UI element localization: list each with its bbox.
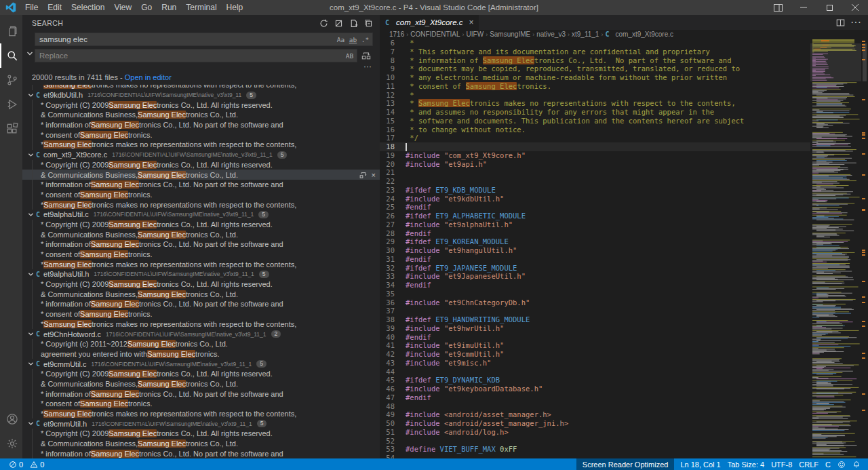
dismiss-match-icon[interactable]: × xyxy=(372,171,376,179)
code-line-42[interactable]: 42#include "et9cmmUtil.h" xyxy=(380,350,810,359)
code-line-20[interactable]: 20#include "et9api.h" xyxy=(380,160,810,169)
statusbar-language-mode[interactable]: C xyxy=(822,458,834,470)
layout-toggle-icon[interactable] xyxy=(765,0,791,15)
line-number[interactable]: 43 xyxy=(380,359,406,368)
line-number[interactable]: 8 xyxy=(380,56,406,65)
search-match-row[interactable]: * consent of Samsung Electronics. xyxy=(22,250,380,260)
statusbar-notifications[interactable] xyxy=(849,458,864,470)
code-line-19[interactable]: 19#include "com_xt9_Xt9core.h" xyxy=(380,151,810,160)
code-line-32[interactable]: 32#ifdef ET9_JAPANESE_MODULE xyxy=(380,264,810,273)
toggle-replace-chevron-icon[interactable] xyxy=(25,42,35,65)
code-area[interactable]: 6 *7 * This software and its documentati… xyxy=(380,39,810,458)
line-number[interactable]: 51 xyxy=(380,428,406,437)
menu-edit[interactable]: Edit xyxy=(43,0,66,15)
line-number[interactable]: 44 xyxy=(380,368,406,376)
code-line-13[interactable]: 13 * Samsung Electronics makes no repres… xyxy=(380,99,810,108)
code-line-26[interactable]: 26#ifdef ET9_ALPHABETIC_MODULE xyxy=(380,212,810,220)
search-icon[interactable] xyxy=(0,43,22,68)
search-match-row[interactable]: * Copyright (C) 2009 Samsung Electronics… xyxy=(22,220,380,230)
breadcrumb-item[interactable]: 1716 xyxy=(389,31,404,38)
code-line-25[interactable]: 25#endif xyxy=(380,203,810,212)
line-number[interactable]: 50 xyxy=(380,419,406,428)
overview-ruler-scrollbar[interactable] xyxy=(861,39,868,458)
code-line-49[interactable]: 49#include <android/asset_manager.h> xyxy=(380,410,810,419)
replace-all-icon[interactable] xyxy=(359,49,373,62)
line-number[interactable]: 11 xyxy=(380,82,406,91)
menu-help[interactable]: Help xyxy=(222,0,248,15)
code-line-50[interactable]: 50#include <android/asset_manager_jni.h> xyxy=(380,419,810,428)
line-number[interactable]: 23 xyxy=(380,186,406,195)
line-number[interactable]: 13 xyxy=(380,99,406,108)
accounts-icon[interactable] xyxy=(0,407,22,431)
match-case-icon[interactable]: Aa xyxy=(335,34,347,45)
line-number[interactable]: 15 xyxy=(380,117,406,125)
search-match-row[interactable]: * information of Samsung Electronics Co.… xyxy=(22,239,380,250)
line-number[interactable]: 33 xyxy=(380,272,406,281)
code-line-6[interactable]: 6 * xyxy=(380,39,810,47)
menu-terminal[interactable]: Terminal xyxy=(181,0,221,15)
source-control-icon[interactable] xyxy=(0,68,22,92)
line-number[interactable]: 35 xyxy=(380,290,406,298)
run-and-debug-icon[interactable] xyxy=(0,92,22,117)
code-line-9[interactable]: 9 * documents may be copied, reproduced,… xyxy=(380,64,810,73)
search-match-row[interactable]: & Communications Business, Samsung Elect… xyxy=(22,110,380,120)
search-match-row[interactable]: & Communications Business, Samsung Elect… xyxy=(22,289,380,299)
line-number[interactable]: 27 xyxy=(380,220,406,229)
line-number[interactable]: 42 xyxy=(380,350,406,359)
line-number[interactable]: 16 xyxy=(380,125,406,134)
line-number[interactable]: 37 xyxy=(380,307,406,315)
statusbar-feedback[interactable] xyxy=(834,458,849,470)
statusbar-eol[interactable]: CRLF xyxy=(795,458,822,470)
minimize-button[interactable] xyxy=(791,0,816,15)
more-actions-icon[interactable]: ··· xyxy=(850,16,861,28)
regex-icon[interactable]: .* xyxy=(359,34,371,45)
clear-results-icon[interactable] xyxy=(332,17,344,29)
code-line-24[interactable]: 24#include "et9kdbUtil.h" xyxy=(380,195,810,203)
line-number[interactable]: 52 xyxy=(380,437,406,446)
code-line-43[interactable]: 43#include "et9misc.h" xyxy=(380,359,810,368)
code-line-29[interactable]: 29#ifdef ET9_KOREAN_MODULE xyxy=(380,237,810,246)
code-line-11[interactable]: 11 * consent of Samsung Electronics. xyxy=(380,82,810,91)
search-match-row[interactable]: * consent of Samsung Electronics. xyxy=(22,190,380,200)
line-number[interactable]: 7 xyxy=(380,47,406,56)
line-number[interactable]: 47 xyxy=(380,393,406,402)
search-match-row[interactable]: * Copyright (C) 2009 Samsung Electronics… xyxy=(22,100,380,110)
code-line-18[interactable]: 18 xyxy=(380,142,810,151)
code-line-48[interactable]: 48 xyxy=(380,402,810,411)
line-number[interactable]: 12 xyxy=(380,91,406,100)
code-line-15[interactable]: 15 * software and documents. This public… xyxy=(380,117,810,125)
code-line-17[interactable]: 17 */ xyxy=(380,134,810,142)
line-number[interactable]: 10 xyxy=(380,73,406,82)
code-line-30[interactable]: 30#include "et9hangulUtil.h" xyxy=(380,246,810,255)
breadcrumb-item[interactable]: SamsungIME xyxy=(490,31,530,38)
search-match-row[interactable]: * Copyright (C) 2009 Samsung Electronics… xyxy=(22,279,380,290)
explorer-icon[interactable] xyxy=(0,19,22,43)
code-line-54[interactable]: 54 xyxy=(380,454,810,458)
search-match-row[interactable]: & Communications Business, Samsung Elect… xyxy=(22,170,380,180)
search-file-row[interactable]: Cet9cmmUtil.c1716\CONFIDENTIAL\UIFW\Sams… xyxy=(22,359,380,369)
maximize-button[interactable] xyxy=(816,0,842,15)
problems-warning-count[interactable]: 0 xyxy=(26,458,47,470)
code-line-39[interactable]: 39#include "et9hwrUtil.h" xyxy=(380,324,810,333)
search-match-row[interactable]: * Samsung Electronics makes no represent… xyxy=(22,140,380,150)
line-number[interactable]: 32 xyxy=(380,264,406,273)
line-number[interactable]: 49 xyxy=(380,410,406,419)
line-number[interactable]: 53 xyxy=(380,445,406,454)
line-number[interactable]: 28 xyxy=(380,229,406,238)
minimap-slider[interactable] xyxy=(810,43,861,81)
line-number[interactable]: 29 xyxy=(380,237,406,246)
search-file-row[interactable]: Cet9alphaUtil.h1716\CONFIDENTIAL\UIFW\Sa… xyxy=(22,269,380,279)
search-match-row[interactable]: * Samsung Electronics makes no represent… xyxy=(22,85,380,90)
search-match-row[interactable]: * information of Samsung Electronics Co.… xyxy=(22,448,380,458)
code-line-47[interactable]: 47#endif xyxy=(380,393,810,402)
line-number[interactable]: 36 xyxy=(380,298,406,307)
search-match-row[interactable]: * consent of Samsung Electronics. xyxy=(22,399,380,409)
line-number[interactable]: 30 xyxy=(380,246,406,255)
tab-com-xt9-xt9core[interactable]: C com_xt9_Xt9core.c × xyxy=(380,15,479,30)
close-button[interactable] xyxy=(842,0,868,15)
line-number[interactable]: 25 xyxy=(380,203,406,212)
code-line-7[interactable]: 7 * This software and its documentation … xyxy=(380,47,810,56)
code-line-41[interactable]: 41#include "et9imuUtil.h" xyxy=(380,341,810,350)
minimap[interactable] xyxy=(810,39,861,458)
tab-close-icon[interactable]: × xyxy=(469,18,473,27)
